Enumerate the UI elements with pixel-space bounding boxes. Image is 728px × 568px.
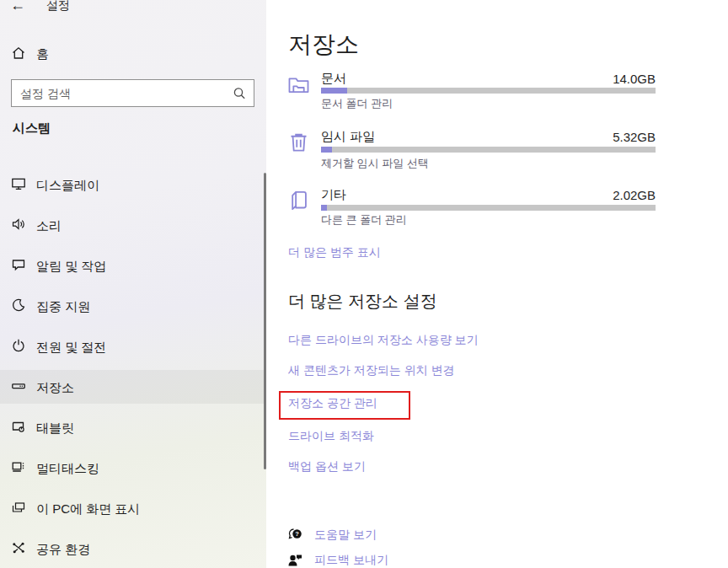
notifications-icon: [11, 257, 26, 272]
multitasking-icon: [11, 459, 26, 474]
sidebar-item-notifications[interactable]: 알림 및 작업: [0, 249, 266, 282]
trash-icon: [287, 131, 310, 153]
sidebar-item-label: 소리: [36, 218, 62, 234]
sidebar-item-label: 디스플레이: [36, 178, 99, 194]
settings-search: [11, 79, 254, 107]
view-other-drives-link[interactable]: 다른 드라이브의 저장소 사용량 보기: [288, 333, 479, 348]
category-size: 14.0GB: [613, 72, 656, 86]
sidebar-item-project-to-pc[interactable]: 이 PC에 화면 표시: [0, 491, 266, 525]
storage-bar-fill: [321, 88, 347, 94]
get-help-link[interactable]: 도움말 보기: [314, 528, 377, 543]
search-input[interactable]: [12, 80, 254, 106]
sidebar: ← 설정 홈 시스템 디스플레이 소리 알림 및 작업 집: [0, 0, 266, 568]
category-link[interactable]: 문서 폴더 관리: [321, 96, 393, 111]
sidebar-item-focus-assist[interactable]: 집중 지원: [0, 289, 266, 323]
back-arrow-icon[interactable]: ←: [10, 0, 25, 14]
sidebar-item-home[interactable]: 홈: [0, 44, 266, 74]
other-folder-icon: [287, 189, 310, 212]
storage-bar: [321, 147, 656, 153]
storage-bar: [321, 205, 656, 211]
window-title: 설정: [46, 0, 70, 13]
more-storage-settings-title: 더 많은 저장소 설정: [288, 290, 437, 313]
change-save-location-link[interactable]: 새 콘텐츠가 저장되는 위치 변경: [288, 363, 455, 378]
sidebar-item-label: 홈: [36, 46, 49, 62]
storage-bar: [321, 88, 656, 94]
storage-icon: [11, 378, 26, 394]
sidebar-section-title: 시스템: [13, 121, 51, 137]
sidebar-item-multitasking[interactable]: 멀티태스킹: [0, 451, 266, 485]
sidebar-item-label: 멀티태스킹: [36, 461, 99, 477]
feedback-icon: [287, 552, 303, 568]
sidebar-item-label: 전원 및 절전: [36, 340, 106, 356]
sidebar-item-storage[interactable]: 저장소: [0, 370, 266, 404]
category-link[interactable]: 다른 큰 폴더 관리: [321, 212, 407, 228]
sidebar-item-label: 태블릿: [36, 421, 74, 437]
category-label: 기타: [321, 187, 346, 203]
page-title: 저장소: [288, 29, 359, 61]
optimize-drives-link[interactable]: 드라이브 최적화: [288, 429, 374, 444]
home-icon: [11, 46, 26, 61]
sidebar-item-tablet[interactable]: 태블릿: [0, 410, 266, 444]
sidebar-item-label: 집중 지원: [36, 299, 90, 315]
sidebar-item-display[interactable]: 디스플레이: [0, 168, 266, 201]
category-size: 5.32GB: [613, 130, 656, 144]
sidebar-item-label: 공유 환경: [36, 542, 90, 558]
help-icon: ?: [287, 527, 303, 543]
sound-icon: [11, 217, 26, 232]
svg-text:?: ?: [295, 530, 299, 538]
sidebar-item-power[interactable]: 전원 및 절전: [0, 330, 266, 363]
category-label: 문서: [321, 71, 346, 87]
storage-bar-fill: [321, 205, 327, 211]
sidebar-item-label: 저장소: [36, 380, 74, 396]
give-feedback-link[interactable]: 피드백 보내기: [314, 553, 388, 568]
sidebar-item-label: 알림 및 작업: [36, 259, 106, 275]
storage-settings-page: 저장소 문서 14.0GB 문서 폴더 관리 임시 파일 5.32GB 제거할 …: [266, 0, 728, 568]
sidebar-item-sound[interactable]: 소리: [0, 208, 266, 242]
backup-options-link[interactable]: 백업 옵션 보기: [288, 459, 366, 474]
show-more-categories-link[interactable]: 더 많은 범주 표시: [288, 245, 381, 260]
tablet-icon: [11, 419, 26, 434]
documents-folder-icon: [287, 72, 310, 95]
sidebar-item-label: 이 PC에 화면 표시: [36, 501, 140, 517]
manage-storage-spaces-link[interactable]: 저장소 공간 관리: [288, 396, 377, 411]
display-icon: [11, 176, 26, 191]
give-feedback-row: 피드백 보내기: [266, 552, 728, 568]
category-label: 임시 파일: [321, 129, 375, 145]
search-icon[interactable]: [232, 86, 247, 101]
power-icon: [11, 338, 26, 353]
project-icon: [11, 500, 26, 515]
selected-accent-bar: [0, 370, 3, 404]
focus-assist-icon: [11, 297, 26, 313]
sidebar-item-shared-experiences[interactable]: 공유 환경: [0, 532, 266, 565]
get-help-row: ? 도움말 보기: [266, 527, 728, 544]
category-link[interactable]: 제거할 임시 파일 선택: [321, 156, 429, 171]
storage-bar-fill: [321, 147, 332, 153]
shared-experiences-icon: [11, 540, 26, 555]
category-size: 2.02GB: [613, 188, 656, 202]
